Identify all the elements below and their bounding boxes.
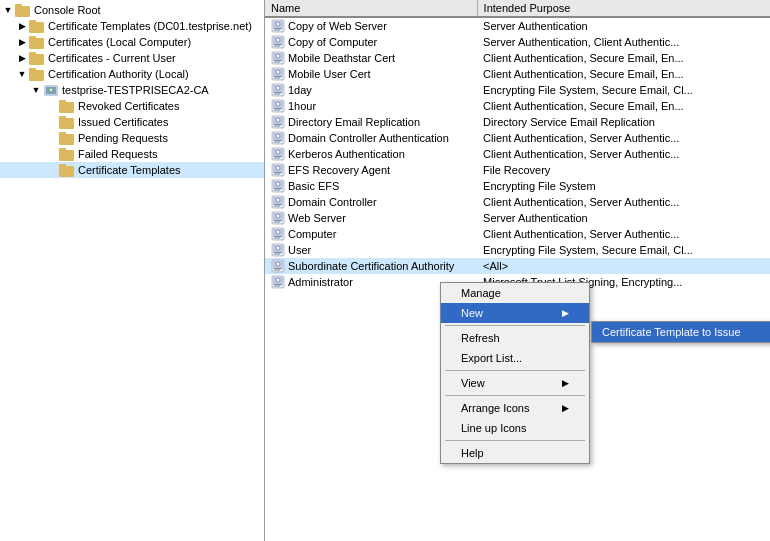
svg-rect-17 xyxy=(59,116,66,119)
table-row[interactable]: Domain Controller AuthenticationClient A… xyxy=(265,130,770,146)
cert-purpose: Server Authentication xyxy=(477,17,770,34)
table-row[interactable]: Kerberos AuthenticationClient Authentica… xyxy=(265,146,770,162)
cert-icon xyxy=(271,147,285,161)
context-menu-export-list[interactable]: Export List... xyxy=(441,348,589,368)
table-row[interactable]: Directory Email ReplicationDirectory Ser… xyxy=(265,114,770,130)
revoked-certs-label: Revoked Certificates xyxy=(78,100,180,112)
table-row[interactable]: Basic EFSEncrypting File System xyxy=(265,178,770,194)
table-row[interactable]: 1hourClient Authentication, Secure Email… xyxy=(265,98,770,114)
svg-rect-93 xyxy=(274,238,280,239)
context-menu-help-label: Help xyxy=(461,447,484,459)
issued-certs-label: Issued Certificates xyxy=(78,116,168,128)
sidebar-item-failed-requests[interactable]: Failed Requests xyxy=(0,146,264,162)
svg-point-96 xyxy=(276,246,280,250)
sidebar-item-console-root[interactable]: ▼ Console Root xyxy=(0,2,264,18)
context-menu-refresh[interactable]: Refresh xyxy=(441,328,589,348)
issued-certs-icon xyxy=(59,115,75,129)
svg-rect-107 xyxy=(274,284,282,285)
svg-rect-82 xyxy=(274,204,282,205)
col-header-purpose[interactable]: Intended Purpose xyxy=(477,0,770,17)
svg-point-101 xyxy=(276,262,280,266)
table-row[interactable]: 1dayEncrypting File System, Secure Email… xyxy=(265,82,770,98)
cert-table: Name Intended Purpose Copy of Web Server… xyxy=(265,0,770,290)
cert-icon xyxy=(271,67,285,81)
svg-point-66 xyxy=(276,150,280,154)
table-row[interactable]: ComputerClient Authentication, Server Au… xyxy=(265,226,770,242)
table-row[interactable]: Copy of ComputerServer Authentication, C… xyxy=(265,34,770,50)
sidebar-item-pending-requests[interactable]: Pending Requests xyxy=(0,130,264,146)
certs-current-user-label: Certificates - Current User xyxy=(48,52,176,64)
content-panel: Name Intended Purpose Copy of Web Server… xyxy=(265,0,770,541)
svg-rect-7 xyxy=(29,52,36,55)
svg-rect-22 xyxy=(59,166,74,177)
context-menu-help[interactable]: Help xyxy=(441,443,589,463)
expand-icon-6: ▼ xyxy=(30,84,42,96)
svg-point-46 xyxy=(276,86,280,90)
svg-rect-73 xyxy=(274,174,280,175)
testprise-ca-label: testprise-TESTPRISECA2-CA xyxy=(62,84,209,96)
cert-name: Copy of Web Server xyxy=(288,20,387,32)
table-row[interactable]: Domain ControllerClient Authentication, … xyxy=(265,194,770,210)
table-row[interactable]: Mobile User CertClient Authentication, S… xyxy=(265,66,770,82)
svg-rect-68 xyxy=(274,158,280,159)
sidebar-item-certs-local[interactable]: ▶ Certificates (Local Computer) xyxy=(0,34,264,50)
context-menu-lineup-icons-label: Line up Icons xyxy=(461,422,526,434)
context-menu-lineup-icons[interactable]: Line up Icons xyxy=(441,418,589,438)
svg-point-61 xyxy=(276,134,280,138)
col-header-name[interactable]: Name xyxy=(265,0,477,17)
svg-rect-88 xyxy=(274,222,280,223)
sidebar-item-certs-current-user[interactable]: ▶ Certificates - Current User xyxy=(0,50,264,66)
sidebar-item-testprise-ca[interactable]: ▼ ✓ testprise-TESTPRISECA2-CA xyxy=(0,82,264,98)
svg-rect-23 xyxy=(59,164,66,167)
cert-purpose: Client Authentication, Server Authentic.… xyxy=(477,130,770,146)
svg-rect-83 xyxy=(274,206,280,207)
submenu-item-cert-template-to-issue[interactable]: Certificate Template to Issue xyxy=(592,322,770,342)
expand-icon-7 xyxy=(46,100,58,112)
context-menu-view[interactable]: View ▶ xyxy=(441,373,589,393)
separator-4 xyxy=(445,440,585,441)
context-menu-manage[interactable]: Manage xyxy=(441,283,589,303)
svg-rect-19 xyxy=(59,132,66,135)
cert-icon xyxy=(271,195,285,209)
sidebar-item-cert-authority[interactable]: ▼ Certification Authority (Local) xyxy=(0,66,264,82)
cert-purpose: Client Authentication, Server Authentic.… xyxy=(477,226,770,242)
table-row[interactable]: EFS Recovery AgentFile Recovery xyxy=(265,162,770,178)
context-menu-view-label: View xyxy=(461,377,485,389)
expand-icon: ▼ xyxy=(2,4,14,16)
svg-text:✓: ✓ xyxy=(49,88,52,93)
svg-rect-37 xyxy=(274,60,282,61)
svg-rect-1 xyxy=(15,4,22,7)
cert-purpose: Server Authentication, Client Authentic.… xyxy=(477,34,770,50)
svg-rect-108 xyxy=(274,286,280,287)
cert-purpose: Encrypting File System xyxy=(477,178,770,194)
table-row[interactable]: UserEncrypting File System, Secure Email… xyxy=(265,242,770,258)
sidebar-item-revoked-certs[interactable]: Revoked Certificates xyxy=(0,98,264,114)
table-row[interactable]: Web ServerServer Authentication xyxy=(265,210,770,226)
cert-icon xyxy=(271,275,285,289)
context-menu-refresh-label: Refresh xyxy=(461,332,500,344)
svg-rect-21 xyxy=(59,148,66,151)
sidebar-item-issued-certs[interactable]: Issued Certificates xyxy=(0,114,264,130)
svg-point-56 xyxy=(276,118,280,122)
table-row[interactable]: Copy of Web ServerServer Authentication xyxy=(265,17,770,34)
cert-name: Mobile User Cert xyxy=(288,68,371,80)
console-root-icon xyxy=(15,3,31,17)
svg-rect-5 xyxy=(29,36,36,39)
sidebar: ▼ Console Root ▶ Certificate Templates (… xyxy=(0,0,265,541)
svg-point-76 xyxy=(276,182,280,186)
table-row[interactable]: Mobile Deathstar CertClient Authenticati… xyxy=(265,50,770,66)
separator-1 xyxy=(445,325,585,326)
sidebar-item-cert-templates[interactable]: Certificate Templates xyxy=(0,162,264,178)
submenu-new[interactable]: Certificate Template to Issue xyxy=(591,321,770,343)
cert-templates-label: Certificate Templates xyxy=(78,164,181,176)
cert-name: Domain Controller xyxy=(288,196,377,208)
revoked-certs-icon xyxy=(59,99,75,113)
context-menu[interactable]: Manage New ▶ Certificate Template to Iss… xyxy=(440,282,590,464)
table-row[interactable]: Subordinate Certification Authority<All> xyxy=(265,258,770,274)
context-menu-new[interactable]: New ▶ Certificate Template to Issue xyxy=(441,303,589,323)
svg-rect-42 xyxy=(274,76,282,77)
svg-point-91 xyxy=(276,230,280,234)
context-menu-arrange-icons[interactable]: Arrange Icons ▶ xyxy=(441,398,589,418)
sidebar-item-cert-templates-dc[interactable]: ▶ Certificate Templates (DC01.testprise.… xyxy=(0,18,264,34)
cert-icon xyxy=(271,19,285,33)
